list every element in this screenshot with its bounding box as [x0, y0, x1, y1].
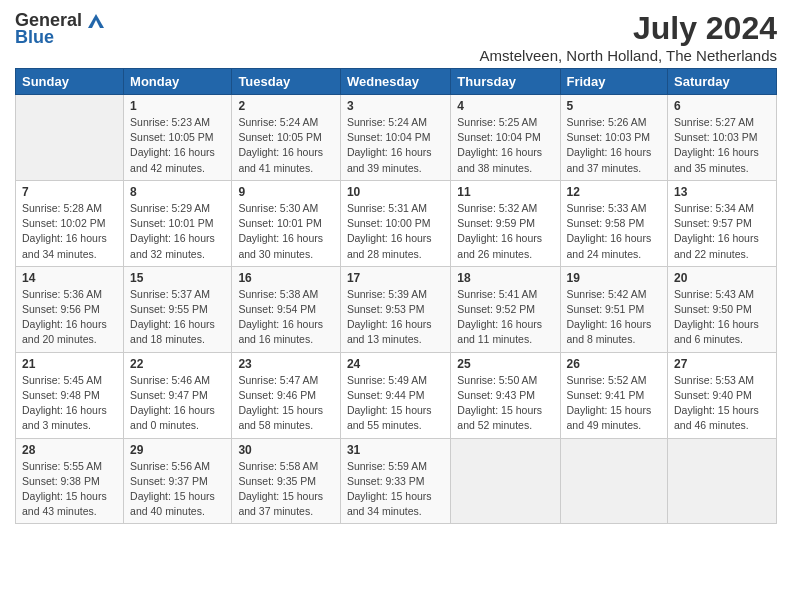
location-subtitle: Amstelveen, North Holland, The Netherlan…: [480, 47, 777, 64]
day-number: 26: [567, 357, 662, 371]
calendar-cell: 25Sunrise: 5:50 AM Sunset: 9:43 PM Dayli…: [451, 352, 560, 438]
day-number: 17: [347, 271, 444, 285]
day-number: 8: [130, 185, 225, 199]
day-number: 28: [22, 443, 117, 457]
day-number: 31: [347, 443, 444, 457]
calendar-header-friday: Friday: [560, 69, 668, 95]
day-info: Sunrise: 5:31 AM Sunset: 10:00 PM Daylig…: [347, 201, 444, 262]
calendar-cell: 7Sunrise: 5:28 AM Sunset: 10:02 PM Dayli…: [16, 180, 124, 266]
calendar-cell: [16, 95, 124, 181]
day-number: 30: [238, 443, 334, 457]
day-number: 10: [347, 185, 444, 199]
calendar-cell: 29Sunrise: 5:56 AM Sunset: 9:37 PM Dayli…: [124, 438, 232, 524]
calendar-week-row: 7Sunrise: 5:28 AM Sunset: 10:02 PM Dayli…: [16, 180, 777, 266]
day-info: Sunrise: 5:52 AM Sunset: 9:41 PM Dayligh…: [567, 373, 662, 434]
day-info: Sunrise: 5:36 AM Sunset: 9:56 PM Dayligh…: [22, 287, 117, 348]
calendar-header-saturday: Saturday: [668, 69, 777, 95]
day-number: 24: [347, 357, 444, 371]
calendar-header-thursday: Thursday: [451, 69, 560, 95]
day-number: 1: [130, 99, 225, 113]
calendar-cell: 21Sunrise: 5:45 AM Sunset: 9:48 PM Dayli…: [16, 352, 124, 438]
day-info: Sunrise: 5:37 AM Sunset: 9:55 PM Dayligh…: [130, 287, 225, 348]
calendar-cell: 18Sunrise: 5:41 AM Sunset: 9:52 PM Dayli…: [451, 266, 560, 352]
calendar-cell: 11Sunrise: 5:32 AM Sunset: 9:59 PM Dayli…: [451, 180, 560, 266]
calendar-cell: 12Sunrise: 5:33 AM Sunset: 9:58 PM Dayli…: [560, 180, 668, 266]
day-number: 6: [674, 99, 770, 113]
day-number: 2: [238, 99, 334, 113]
day-number: 21: [22, 357, 117, 371]
calendar-week-row: 14Sunrise: 5:36 AM Sunset: 9:56 PM Dayli…: [16, 266, 777, 352]
day-number: 14: [22, 271, 117, 285]
logo: General Blue: [15, 10, 106, 48]
day-info: Sunrise: 5:28 AM Sunset: 10:02 PM Daylig…: [22, 201, 117, 262]
calendar-cell: 2Sunrise: 5:24 AM Sunset: 10:05 PM Dayli…: [232, 95, 341, 181]
day-number: 3: [347, 99, 444, 113]
day-info: Sunrise: 5:39 AM Sunset: 9:53 PM Dayligh…: [347, 287, 444, 348]
day-info: Sunrise: 5:49 AM Sunset: 9:44 PM Dayligh…: [347, 373, 444, 434]
month-year-title: July 2024: [480, 10, 777, 47]
day-info: Sunrise: 5:56 AM Sunset: 9:37 PM Dayligh…: [130, 459, 225, 520]
calendar-cell: 19Sunrise: 5:42 AM Sunset: 9:51 PM Dayli…: [560, 266, 668, 352]
calendar-header-wednesday: Wednesday: [340, 69, 450, 95]
calendar-cell: 5Sunrise: 5:26 AM Sunset: 10:03 PM Dayli…: [560, 95, 668, 181]
calendar-cell: 24Sunrise: 5:49 AM Sunset: 9:44 PM Dayli…: [340, 352, 450, 438]
day-info: Sunrise: 5:58 AM Sunset: 9:35 PM Dayligh…: [238, 459, 334, 520]
day-number: 27: [674, 357, 770, 371]
calendar-cell: 17Sunrise: 5:39 AM Sunset: 9:53 PM Dayli…: [340, 266, 450, 352]
calendar-cell: 9Sunrise: 5:30 AM Sunset: 10:01 PM Dayli…: [232, 180, 341, 266]
calendar-cell: [451, 438, 560, 524]
day-info: Sunrise: 5:59 AM Sunset: 9:33 PM Dayligh…: [347, 459, 444, 520]
calendar-cell: 4Sunrise: 5:25 AM Sunset: 10:04 PM Dayli…: [451, 95, 560, 181]
calendar-cell: 8Sunrise: 5:29 AM Sunset: 10:01 PM Dayli…: [124, 180, 232, 266]
calendar-week-row: 28Sunrise: 5:55 AM Sunset: 9:38 PM Dayli…: [16, 438, 777, 524]
day-number: 11: [457, 185, 553, 199]
calendar-cell: 1Sunrise: 5:23 AM Sunset: 10:05 PM Dayli…: [124, 95, 232, 181]
calendar-cell: 16Sunrise: 5:38 AM Sunset: 9:54 PM Dayli…: [232, 266, 341, 352]
day-number: 12: [567, 185, 662, 199]
day-info: Sunrise: 5:27 AM Sunset: 10:03 PM Daylig…: [674, 115, 770, 176]
calendar-cell: 26Sunrise: 5:52 AM Sunset: 9:41 PM Dayli…: [560, 352, 668, 438]
calendar-cell: 20Sunrise: 5:43 AM Sunset: 9:50 PM Dayli…: [668, 266, 777, 352]
calendar-header-tuesday: Tuesday: [232, 69, 341, 95]
day-info: Sunrise: 5:43 AM Sunset: 9:50 PM Dayligh…: [674, 287, 770, 348]
calendar-cell: [560, 438, 668, 524]
day-number: 22: [130, 357, 225, 371]
day-info: Sunrise: 5:33 AM Sunset: 9:58 PM Dayligh…: [567, 201, 662, 262]
day-info: Sunrise: 5:53 AM Sunset: 9:40 PM Dayligh…: [674, 373, 770, 434]
day-info: Sunrise: 5:46 AM Sunset: 9:47 PM Dayligh…: [130, 373, 225, 434]
calendar-cell: 23Sunrise: 5:47 AM Sunset: 9:46 PM Dayli…: [232, 352, 341, 438]
calendar-cell: 6Sunrise: 5:27 AM Sunset: 10:03 PM Dayli…: [668, 95, 777, 181]
day-number: 19: [567, 271, 662, 285]
title-block: July 2024 Amstelveen, North Holland, The…: [480, 10, 777, 64]
day-number: 18: [457, 271, 553, 285]
calendar-header-monday: Monday: [124, 69, 232, 95]
calendar-cell: 27Sunrise: 5:53 AM Sunset: 9:40 PM Dayli…: [668, 352, 777, 438]
day-info: Sunrise: 5:29 AM Sunset: 10:01 PM Daylig…: [130, 201, 225, 262]
calendar-header-sunday: Sunday: [16, 69, 124, 95]
day-number: 29: [130, 443, 225, 457]
logo-blue-text: Blue: [15, 27, 54, 48]
calendar-cell: 22Sunrise: 5:46 AM Sunset: 9:47 PM Dayli…: [124, 352, 232, 438]
day-info: Sunrise: 5:24 AM Sunset: 10:04 PM Daylig…: [347, 115, 444, 176]
page-header: General Blue July 2024 Amstelveen, North…: [15, 10, 777, 64]
day-info: Sunrise: 5:41 AM Sunset: 9:52 PM Dayligh…: [457, 287, 553, 348]
calendar-cell: 30Sunrise: 5:58 AM Sunset: 9:35 PM Dayli…: [232, 438, 341, 524]
calendar-cell: 15Sunrise: 5:37 AM Sunset: 9:55 PM Dayli…: [124, 266, 232, 352]
day-number: 16: [238, 271, 334, 285]
day-info: Sunrise: 5:55 AM Sunset: 9:38 PM Dayligh…: [22, 459, 117, 520]
calendar-cell: 13Sunrise: 5:34 AM Sunset: 9:57 PM Dayli…: [668, 180, 777, 266]
day-number: 9: [238, 185, 334, 199]
day-info: Sunrise: 5:38 AM Sunset: 9:54 PM Dayligh…: [238, 287, 334, 348]
day-info: Sunrise: 5:30 AM Sunset: 10:01 PM Daylig…: [238, 201, 334, 262]
calendar-cell: 10Sunrise: 5:31 AM Sunset: 10:00 PM Dayl…: [340, 180, 450, 266]
day-info: Sunrise: 5:23 AM Sunset: 10:05 PM Daylig…: [130, 115, 225, 176]
day-number: 15: [130, 271, 225, 285]
day-info: Sunrise: 5:32 AM Sunset: 9:59 PM Dayligh…: [457, 201, 553, 262]
calendar-cell: 28Sunrise: 5:55 AM Sunset: 9:38 PM Dayli…: [16, 438, 124, 524]
calendar-table: SundayMondayTuesdayWednesdayThursdayFrid…: [15, 68, 777, 524]
logo-icon: [86, 12, 106, 30]
day-info: Sunrise: 5:24 AM Sunset: 10:05 PM Daylig…: [238, 115, 334, 176]
day-info: Sunrise: 5:45 AM Sunset: 9:48 PM Dayligh…: [22, 373, 117, 434]
calendar-cell: 14Sunrise: 5:36 AM Sunset: 9:56 PM Dayli…: [16, 266, 124, 352]
day-number: 5: [567, 99, 662, 113]
